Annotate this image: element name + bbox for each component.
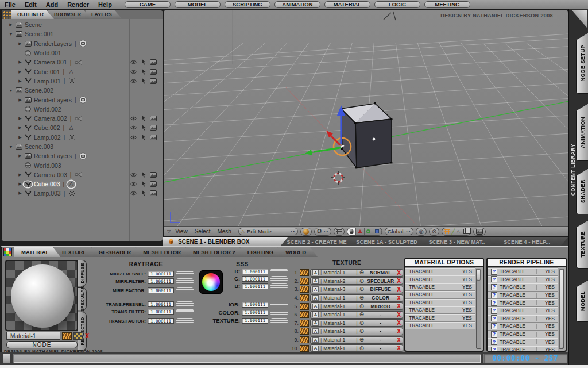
option-value[interactable]: YES — [545, 269, 555, 274]
selectable-cursor-icon[interactable] — [141, 181, 146, 187]
layer-cluster[interactable]: ╱ △ — [442, 228, 471, 236]
workspace-tab-meeting[interactable]: MEETING — [424, 1, 470, 8]
material-option-row[interactable]: TRACABLEYES — [405, 321, 475, 329]
question-icon[interactable]: ? — [491, 308, 497, 314]
proportional-edit-button[interactable]: Ω▲▼ — [314, 228, 331, 236]
properties-tab-material[interactable]: MATERIAL — [14, 247, 60, 257]
expand-arrow-icon[interactable]: ▶ — [17, 70, 24, 74]
selectable-cursor-icon[interactable] — [141, 59, 146, 66]
workspace-tab-game[interactable]: GAME — [125, 1, 171, 8]
texture-slot[interactable]: A|Material-1|⊕-X — [310, 344, 403, 352]
mapping-target-icon[interactable]: ⊕ — [359, 270, 364, 275]
tree-item-world-003[interactable]: World.003 — [2, 160, 163, 170]
question-icon[interactable]: ? — [491, 347, 497, 352]
value-field[interactable]: 1.000111 — [148, 301, 174, 307]
preview-tab-specular[interactable]: SPECULAR — [78, 288, 87, 310]
pipeline-row[interactable]: ?TRACABLEYES — [488, 275, 558, 283]
option-value[interactable]: YES — [462, 323, 472, 328]
mapping-target-icon[interactable]: ⊕ — [359, 312, 364, 317]
channel-badge[interactable]: A — [312, 270, 319, 275]
color-wheel[interactable] — [199, 270, 223, 294]
mapping-target-icon[interactable]: ⊕ — [359, 278, 364, 284]
menu-edit[interactable]: Edit — [25, 1, 37, 8]
mapping-target-icon[interactable]: ⊕ — [359, 328, 364, 334]
question-icon[interactable]: ? — [491, 276, 497, 282]
pipeline-row[interactable]: ?TRACABLEYES — [488, 338, 558, 346]
tree-item-lamp-003[interactable]: ▶Lamp.003| — [2, 189, 163, 198]
tree-item-scene-003[interactable]: ▼Scene.003 — [2, 142, 163, 151]
material-option-row[interactable]: TRACABLEYES — [405, 313, 475, 321]
selectable-cursor-icon[interactable] — [141, 116, 146, 122]
mapping-target-icon[interactable]: ⊕ — [359, 304, 364, 309]
option-value[interactable]: YES — [462, 292, 472, 297]
properties-tab-lighting[interactable]: LIGHTING — [241, 247, 285, 257]
selectable-cursor-icon[interactable] — [141, 171, 146, 178]
sidebar-tab-shader[interactable]: SHADER — [576, 168, 588, 214]
visibility-eye-icon[interactable] — [130, 135, 137, 140]
outliner-tab-outliner[interactable]: OUTLINER — [11, 10, 54, 19]
expand-arrow-icon[interactable]: ▶ — [17, 79, 24, 83]
tree-item-scene-001[interactable]: ▼Scene.001 — [2, 29, 163, 39]
preview-tab-reflected[interactable]: REFLECTED — [78, 312, 87, 351]
value-field[interactable]: 1.000111 — [242, 276, 268, 282]
sidebar-tab-texture[interactable]: TEXTURE — [576, 220, 588, 269]
option-value[interactable]: YES — [545, 277, 555, 282]
question-icon[interactable]: ? — [491, 339, 497, 345]
renderable-icon[interactable] — [150, 59, 157, 65]
tree-item-world-002[interactable]: World.002 — [2, 105, 163, 114]
option-value[interactable]: YES — [462, 284, 472, 290]
scrollbar-thumb[interactable] — [559, 269, 563, 348]
mapping-target-icon[interactable]: ⊕ — [359, 286, 364, 292]
expand-arrow-icon[interactable]: ▶ — [17, 135, 24, 140]
collapse-arrow-icon[interactable]: ▼ — [7, 89, 14, 93]
tree-item-camera-001[interactable]: ▶Camera.001| — [2, 57, 163, 67]
delete-texture-icon[interactable]: X — [397, 320, 401, 326]
texture-icon[interactable] — [300, 328, 309, 335]
texture-slot[interactable]: A|Material-1|⊕-X — [310, 328, 403, 335]
channel-badge[interactable]: A — [312, 312, 319, 317]
texture-slot[interactable]: A|Material-1|⊕COLORX — [310, 294, 403, 302]
properties-tab-world[interactable]: WORLD — [278, 247, 318, 257]
question-icon[interactable]: ? — [491, 315, 497, 321]
viewport-menu-mesh[interactable]: Mesh — [217, 228, 231, 235]
properties-tab-gl-shader[interactable]: GL-SHADER — [92, 247, 142, 257]
visibility-eye-icon[interactable] — [130, 79, 137, 83]
slider-handle[interactable] — [270, 276, 288, 282]
pipeline-row[interactable]: ?TRACABLEYES — [488, 306, 558, 315]
scene-tab-3[interactable]: SCENE 1A - SCULPTED — [351, 237, 428, 246]
option-value[interactable]: YES — [545, 331, 555, 337]
texture-slot[interactable]: A|Material-1|⊕-X — [310, 311, 403, 319]
renderable-icon[interactable] — [150, 78, 157, 84]
option-value[interactable]: YES — [462, 307, 472, 313]
expand-arrow-icon[interactable]: ▶ — [17, 125, 24, 130]
question-icon[interactable]: ? — [491, 292, 497, 298]
expand-arrow-icon[interactable]: ▶ — [7, 22, 14, 27]
visibility-eye-icon[interactable] — [130, 60, 137, 64]
selectable-cursor-icon[interactable] — [141, 78, 146, 84]
tree-item-lamp-002[interactable]: ▶Lamp.002| — [2, 133, 163, 142]
texture-icon[interactable] — [300, 311, 309, 318]
render-preview-button[interactable] — [473, 228, 486, 236]
texture-icon[interactable] — [300, 336, 309, 343]
tree-item-camera-002[interactable]: ▶Camera.002| — [2, 114, 163, 123]
value-field[interactable]: 1.000111 — [242, 269, 268, 274]
tree-item-renderlayers[interactable]: ▶RenderLayers| — [2, 151, 163, 160]
visibility-eye-icon[interactable] — [130, 172, 137, 177]
texture-slot[interactable]: A|Material-1|⊕-X — [310, 319, 403, 327]
properties-tab-texture[interactable]: TEXTURE — [54, 247, 98, 257]
manipulator-toggle-button[interactable]: ⊘ — [429, 228, 439, 236]
snap-grid-button[interactable] — [334, 228, 345, 236]
scene-tab-5[interactable]: SCENE 4 - HELP... — [491, 237, 568, 246]
expand-arrow-icon[interactable]: ▶ — [17, 182, 24, 186]
edge-select-button[interactable] — [365, 228, 373, 236]
scrollbar-thumb[interactable] — [477, 269, 481, 281]
properties-tab-mesh-editor[interactable]: MESH EDITOR — [136, 247, 192, 257]
delete-texture-icon[interactable]: X — [397, 278, 401, 284]
texture-icon[interactable] — [300, 320, 309, 327]
channel-badge[interactable]: A — [312, 304, 319, 309]
material-name-field[interactable]: Material-1 — [6, 332, 60, 340]
option-value[interactable]: YES — [545, 316, 555, 321]
checker-icon[interactable] — [74, 332, 82, 340]
collapse-arrow-icon[interactable]: ▼ — [7, 32, 14, 36]
channel-badge[interactable]: A — [312, 278, 319, 284]
